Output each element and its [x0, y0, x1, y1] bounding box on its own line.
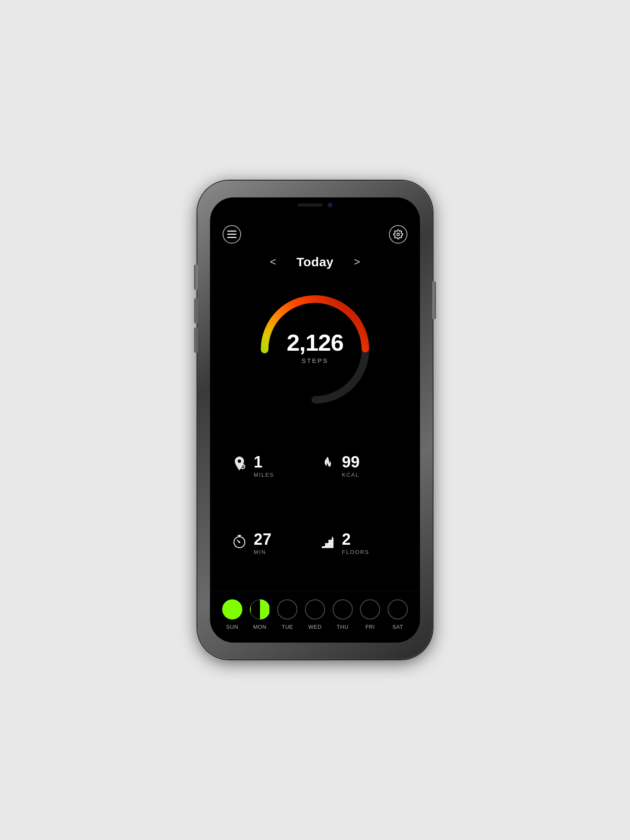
kcal-text: 99 KCAL: [342, 454, 360, 478]
svg-rect-1: [227, 234, 236, 235]
steps-label: STEPS: [302, 357, 328, 364]
floors-icon: [319, 533, 336, 554]
mon-circle: [250, 599, 270, 620]
floors-value: 2: [342, 531, 369, 547]
thu-circle: [333, 599, 353, 620]
min-unit: MIN: [254, 549, 271, 555]
day-fri[interactable]: FRI: [360, 599, 380, 630]
app-content: < Today >: [210, 197, 420, 643]
min-value: 27: [254, 531, 271, 547]
kcal-unit: KCAL: [342, 472, 360, 478]
steps-gauge: 2,126 STEPS: [210, 284, 420, 410]
svg-rect-0: [227, 231, 236, 232]
prev-date-button[interactable]: <: [267, 252, 280, 272]
mon-label: MON: [253, 624, 267, 630]
floors-stat: 2 FLOORS: [315, 505, 403, 583]
day-wed[interactable]: WED: [305, 599, 325, 630]
miles-unit: MILES: [254, 472, 274, 478]
floors-text: 2 FLOORS: [342, 531, 369, 555]
miles-value: 1: [254, 454, 274, 470]
current-date: Today: [297, 255, 334, 269]
tue-label: TUE: [282, 624, 294, 630]
floors-unit: FLOORS: [342, 549, 369, 555]
camera: [328, 202, 333, 207]
miles-stat: 1 MILES: [227, 427, 315, 505]
location-icon: [231, 456, 248, 476]
timer-icon: [231, 533, 248, 554]
sun-circle: [222, 599, 242, 620]
miles-text: 1 MILES: [254, 454, 274, 478]
kcal-value: 99: [342, 454, 360, 470]
weekly-bar: SUN MON TUE WED: [210, 591, 420, 643]
day-sun[interactable]: SUN: [222, 599, 242, 630]
tue-circle: [277, 599, 297, 620]
sat-circle: [388, 599, 408, 620]
fri-circle: [360, 599, 380, 620]
day-mon[interactable]: MON: [250, 599, 270, 630]
date-navigation: < Today >: [210, 247, 420, 280]
sun-label: SUN: [226, 624, 238, 630]
gauge-center: 2,126 STEPS: [286, 331, 343, 364]
steps-value: 2,126: [286, 331, 343, 354]
wed-label: WED: [308, 624, 322, 630]
next-date-button[interactable]: >: [350, 252, 363, 272]
kcal-stat: 99 KCAL: [315, 427, 403, 505]
stats-grid: 1 MILES 99 KCAL: [210, 419, 420, 591]
header: [210, 218, 420, 247]
day-sat[interactable]: SAT: [388, 599, 408, 630]
phone-screen: < Today >: [210, 197, 420, 643]
notch: [277, 197, 353, 213]
menu-button[interactable]: [223, 225, 241, 244]
phone-frame: < Today >: [197, 181, 433, 659]
fri-label: FRI: [365, 624, 375, 630]
sat-label: SAT: [392, 624, 403, 630]
settings-button[interactable]: [389, 225, 407, 244]
min-text: 27 MIN: [254, 531, 271, 555]
svg-point-3: [397, 233, 399, 236]
svg-rect-2: [227, 237, 236, 238]
day-thu[interactable]: THU: [333, 599, 353, 630]
fire-icon: [319, 456, 336, 476]
day-tue[interactable]: TUE: [277, 599, 297, 630]
speaker: [297, 203, 323, 207]
svg-point-8: [239, 541, 240, 543]
min-stat: 27 MIN: [227, 505, 315, 583]
thu-label: THU: [337, 624, 349, 630]
wed-circle: [305, 599, 325, 620]
